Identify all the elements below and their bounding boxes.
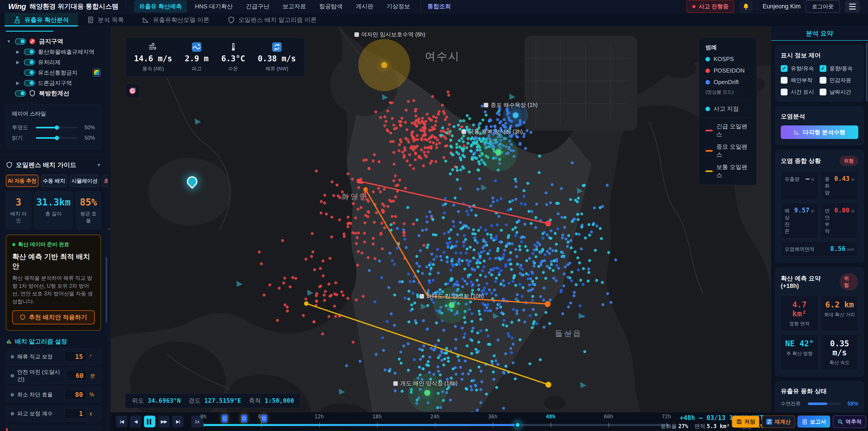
expander-icon[interactable]: ▶	[15, 59, 21, 65]
boom-guide-header[interactable]: 오일펜스 배치 가이드 ▼	[6, 161, 101, 169]
layer-toggle[interactable]	[24, 59, 35, 65]
sidebar-scrollbar[interactable]	[105, 27, 107, 431]
pause-button[interactable]: ▌▌	[144, 415, 155, 427]
fast-forward-button[interactable]: ▶▶	[158, 415, 169, 427]
display-checkbox[interactable]: 날짜시간	[819, 88, 859, 96]
panel-scrollbar[interactable]	[866, 42, 868, 409]
recalculate-button[interactable]: 재계산	[762, 415, 795, 428]
slider-label: 밝기	[12, 134, 31, 142]
fence-deploy-marker[interactable]	[241, 414, 247, 423]
backtrack-button[interactable]: 역추적	[833, 415, 866, 428]
polygon-analysis-button[interactable]: 다각형 분석수행	[781, 125, 858, 139]
display-control-card: 표시 정보 제어 유향/유속풍향/풍속해안부착민감자원시간 표시날짜시간	[775, 45, 864, 102]
tab[interactable]: 오일펜스 배치 알고리즘 이론	[219, 13, 326, 26]
stat-label: 총 길이	[36, 210, 71, 217]
slider-thumb[interactable]	[55, 136, 59, 140]
notifications-button[interactable]	[739, 0, 752, 13]
layer-toggle[interactable]	[24, 70, 35, 76]
display-checkbox[interactable]: 풍향/풍속	[819, 65, 859, 72]
nav-item[interactable]: 게시판	[351, 0, 378, 13]
slider-track[interactable]	[36, 127, 77, 128]
resource-icon	[420, 294, 424, 299]
fence-deploy-marker[interactable]	[221, 414, 228, 423]
legend-incident-item: 사고 지점	[706, 105, 750, 113]
layer-toggle[interactable]	[15, 38, 26, 44]
nav-item[interactable]: 기상정보	[381, 0, 415, 13]
setting-value-input[interactable]: 60	[66, 370, 87, 381]
model-dot-icon	[706, 68, 710, 73]
expander-icon[interactable]: ▼	[6, 39, 12, 44]
map-canvas[interactable]: 여수시화양면돌산읍 여자만 임시보호수역 (6h)종포 해수욕장 (1h)국동 …	[111, 27, 771, 431]
pollution-analysis-card: 오염분석 다각형 분석수행	[775, 106, 864, 145]
shield-icon	[20, 314, 26, 320]
slider-thumb[interactable]	[55, 125, 59, 130]
setting-label: 안전 마진 (도달시간)	[17, 368, 63, 383]
resource-icon	[462, 129, 466, 134]
boom-mode-button[interactable]: 수동 배치	[41, 175, 67, 187]
timeline-track[interactable]	[204, 424, 669, 426]
weather-value: 14.6 m/s	[134, 54, 172, 63]
hamburger-menu-icon[interactable]	[845, 0, 860, 13]
nav-item[interactable]: 보고자료	[278, 0, 311, 13]
skip-end-button[interactable]: ▶|	[172, 415, 184, 427]
fence-label: 긴급 오일펜스	[716, 123, 750, 138]
step-back-button[interactable]: ◀	[130, 415, 141, 427]
tab-label: 유출유확산모델 이론	[153, 16, 210, 24]
target-icon	[128, 87, 136, 95]
boom-mode-button[interactable]: 시뮬레이션	[70, 175, 99, 187]
layer-color-swatch[interactable]	[92, 68, 101, 77]
apply-recommendation-button[interactable]: 추천 배치안 적용하기	[12, 310, 95, 324]
locate-incident-button[interactable]	[125, 84, 140, 98]
fence-deploy-marker[interactable]	[261, 414, 267, 423]
tab[interactable]: 유출유확산모델 이론	[133, 13, 219, 26]
nav-item[interactable]: 유출유 확산예측	[134, 0, 187, 13]
setting-label: 해류 직교 보정	[17, 353, 53, 360]
skip-start-button[interactable]: |◀	[116, 415, 127, 427]
timeline-bar: |◀◀▌▌▶▶▶|1x 0h6h12h18h24h36h48h60h72h +4…	[111, 412, 868, 431]
sidebar-collapse-handle[interactable]: ‹	[108, 27, 111, 431]
display-checkbox[interactable]: 해안부착	[781, 76, 819, 84]
defense-line-card[interactable]: 1차 방어선 (고강도 차단형)긴급길이8043m각도303°차단 효율 92%	[6, 426, 101, 431]
setting-value-input[interactable]: 80	[65, 390, 86, 400]
nav-item[interactable]: HNS·대기확산	[190, 0, 238, 13]
action-label: 재계산	[774, 418, 791, 425]
layer-row: 북방한계선	[6, 88, 101, 98]
save-button[interactable]: 저장	[732, 415, 760, 428]
display-checkbox[interactable]: 민감자원	[819, 76, 859, 84]
resource-marker[interactable]	[424, 390, 430, 396]
layer-toggle[interactable]	[24, 49, 35, 55]
weather-widget: 14.6 m/s풍속 (NE)2.9 m파고6.3°C수온0.38 m/s해류 …	[125, 37, 305, 77]
timeline-progress-fill	[204, 424, 518, 426]
logout-button[interactable]: 로그아웃	[806, 0, 840, 13]
expander-icon[interactable]: ▶	[15, 80, 21, 86]
layer-toggle[interactable]	[15, 90, 26, 96]
tab[interactable]: 유출유 확산분석	[4, 13, 78, 26]
setting-value-input[interactable]: 1	[65, 408, 86, 419]
expander-icon[interactable]: ▶	[15, 49, 21, 55]
boom-mode-button[interactable]: AI 자동 추천	[6, 175, 38, 187]
resource-marker[interactable]	[513, 112, 519, 118]
display-checkbox[interactable]: 시간 표시	[781, 88, 819, 96]
timeline-thumb[interactable]	[515, 422, 521, 428]
status-metric: 유출량–kl	[781, 171, 818, 200]
layer-toggle[interactable]	[24, 80, 35, 86]
legend-fence-item: 중요 오일펜스	[706, 143, 750, 159]
timeline-tick-label: 72h	[662, 413, 671, 420]
resource-marker[interactable]	[495, 149, 501, 155]
divider	[704, 100, 752, 100]
slider-track[interactable]	[36, 137, 77, 139]
setting-value-input[interactable]: 15	[65, 351, 86, 362]
nav-item[interactable]: 항공탐색	[314, 0, 348, 13]
save-icon	[736, 419, 742, 425]
resource-marker[interactable]	[449, 302, 455, 308]
metric-value: 6.2 km	[824, 300, 856, 309]
shield-icon	[223, 417, 227, 421]
nav-item[interactable]: 긴급구난	[241, 0, 274, 13]
layer-label: 드론금지구역	[38, 79, 72, 87]
display-checkbox[interactable]: 유향/유속	[781, 65, 819, 72]
resource-marker[interactable]	[381, 62, 387, 68]
nav-item[interactable]: 통합조회	[421, 0, 456, 13]
report-button[interactable]: 보고서	[797, 415, 831, 428]
action-buttons: 저장재계산보고서역추적	[727, 412, 866, 431]
tab[interactable]: 분석 목록	[78, 13, 133, 26]
